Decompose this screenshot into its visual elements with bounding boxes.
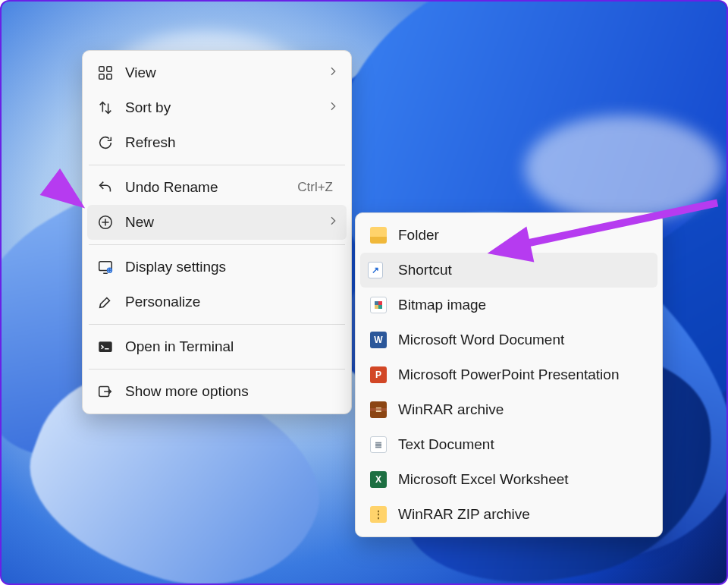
menu-item-show-more-options[interactable]: Show more options xyxy=(87,374,347,409)
menu-item-sort-by[interactable]: Sort by xyxy=(87,90,347,125)
personalize-brush-icon xyxy=(95,294,116,310)
menu-item-undo-rename[interactable]: Undo Rename Ctrl+Z xyxy=(87,170,347,205)
menu-separator xyxy=(89,165,345,165)
svg-rect-0 xyxy=(99,67,104,71)
word-doc-icon xyxy=(368,332,389,348)
submenu-item-label: Microsoft Word Document xyxy=(398,332,650,348)
submenu-item-bitmap[interactable]: Bitmap image xyxy=(360,288,657,322)
submenu-item-excel[interactable]: Microsoft Excel Worksheet xyxy=(360,462,657,497)
menu-separator xyxy=(89,369,345,370)
chevron-right-icon xyxy=(327,99,339,116)
submenu-item-powerpoint[interactable]: Microsoft PowerPoint Presentation xyxy=(360,357,657,392)
menu-item-label: Refresh xyxy=(125,134,339,151)
folder-icon xyxy=(368,227,389,244)
menu-item-view[interactable]: View xyxy=(87,55,347,90)
menu-item-label: Display settings xyxy=(125,259,339,275)
submenu-item-shortcut[interactable]: ↗ Shortcut xyxy=(360,253,657,288)
menu-item-label: Sort by xyxy=(125,99,327,116)
plus-circle-icon xyxy=(95,214,116,231)
menu-item-label: Undo Rename xyxy=(125,179,297,196)
new-submenu: Folder ↗ Shortcut Bitmap image Microsoft… xyxy=(355,212,663,537)
submenu-item-label: Folder xyxy=(398,227,650,244)
submenu-item-label: WinRAR ZIP archive xyxy=(398,506,650,523)
refresh-icon xyxy=(95,134,116,151)
svg-rect-2 xyxy=(99,74,104,79)
menu-separator xyxy=(89,244,345,245)
excel-icon xyxy=(368,471,389,488)
view-grid-icon xyxy=(95,64,116,81)
submenu-item-winrar-zip[interactable]: WinRAR ZIP archive xyxy=(360,497,657,532)
menu-item-open-terminal[interactable]: Open in Terminal xyxy=(87,329,347,364)
display-settings-icon xyxy=(95,259,116,275)
submenu-item-word-doc[interactable]: Microsoft Word Document xyxy=(360,322,657,357)
menu-item-label: Show more options xyxy=(125,383,339,400)
menu-item-label: View xyxy=(125,64,327,81)
menu-item-personalize[interactable]: Personalize xyxy=(87,285,347,319)
menu-item-label: Personalize xyxy=(125,294,339,310)
submenu-item-folder[interactable]: Folder xyxy=(360,218,657,253)
submenu-item-label: Microsoft PowerPoint Presentation xyxy=(398,366,650,383)
shortcut-icon: ↗ xyxy=(368,262,389,278)
svg-rect-3 xyxy=(107,74,111,79)
menu-separator xyxy=(89,324,345,325)
bitmap-image-icon xyxy=(368,297,389,313)
submenu-item-label: Bitmap image xyxy=(398,297,650,313)
powerpoint-icon xyxy=(368,366,389,383)
svg-rect-7 xyxy=(99,341,111,352)
submenu-item-label: Microsoft Excel Worksheet xyxy=(398,471,650,488)
menu-item-label: New xyxy=(125,214,327,231)
submenu-item-label: Shortcut xyxy=(398,262,650,278)
keyboard-shortcut: Ctrl+Z xyxy=(297,180,333,195)
chevron-right-icon xyxy=(327,214,339,231)
menu-item-display-settings[interactable]: Display settings xyxy=(87,250,347,285)
undo-icon xyxy=(95,179,116,196)
menu-item-refresh[interactable]: Refresh xyxy=(87,125,347,160)
menu-item-label: Open in Terminal xyxy=(125,338,339,355)
submenu-item-winrar[interactable]: WinRAR archive xyxy=(360,392,657,427)
submenu-item-label: Text Document xyxy=(398,436,650,453)
submenu-item-text-doc[interactable]: Text Document xyxy=(360,427,657,462)
more-options-icon xyxy=(95,383,116,400)
desktop-context-menu: View Sort by Refresh xyxy=(82,50,352,414)
terminal-icon xyxy=(95,338,116,355)
submenu-item-label: WinRAR archive xyxy=(398,401,650,418)
chevron-right-icon xyxy=(327,64,339,81)
zip-icon xyxy=(368,506,389,523)
sort-icon xyxy=(95,99,116,116)
winrar-icon xyxy=(368,401,389,418)
menu-item-new[interactable]: New xyxy=(87,205,347,240)
svg-rect-1 xyxy=(107,67,111,71)
text-doc-icon xyxy=(368,436,389,453)
